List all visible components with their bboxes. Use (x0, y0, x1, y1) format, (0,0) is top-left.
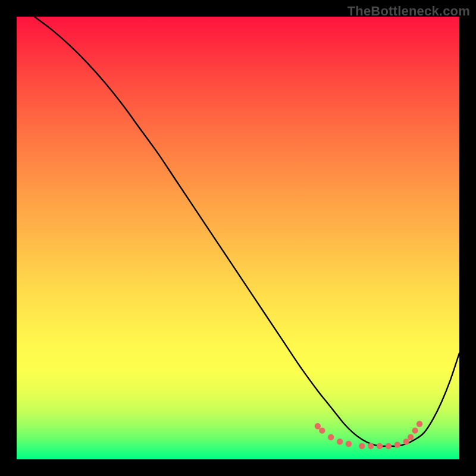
highlight-dot (377, 443, 383, 449)
watermark-text: TheBottleneck.com (347, 4, 470, 19)
highlight-dot (328, 434, 334, 440)
highlight-dot (359, 443, 365, 449)
highlight-dot (403, 439, 409, 444)
plot-svg (17, 17, 459, 459)
highlight-dot (416, 421, 422, 427)
highlight-dot (386, 443, 392, 449)
chart-area (17, 17, 459, 459)
highlight-dot (337, 439, 343, 444)
highlight-dot (319, 427, 325, 433)
highlight-dot (412, 427, 418, 433)
bottleneck-curve (35, 17, 459, 446)
highlight-dot (394, 441, 400, 447)
highlight-dot (368, 443, 374, 449)
highlight-dot (346, 441, 352, 447)
highlight-dot (408, 434, 414, 440)
highlight-dots (315, 421, 423, 449)
highlight-dot (315, 423, 321, 429)
